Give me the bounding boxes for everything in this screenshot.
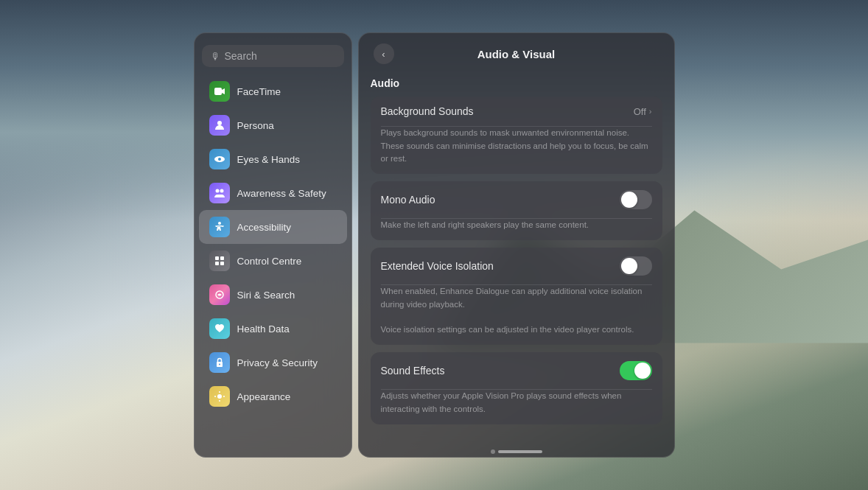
sidebar-item-health-data[interactable]: Health Data — [199, 312, 347, 346]
panel-header: ‹ Audio & Visual — [359, 33, 674, 71]
sidebar-item-privacy-security[interactable]: Privacy & Security — [199, 346, 347, 379]
svg-rect-0 — [214, 88, 222, 95]
mono-audio-card: Mono Audio Make the left and right speak… — [371, 181, 662, 240]
sound-effects-description: Adjusts whether your Apple Vision Pro pl… — [371, 390, 662, 424]
svg-point-6 — [218, 222, 221, 225]
svg-point-13 — [219, 364, 220, 365]
awareness-safety-icon — [209, 183, 230, 203]
background-sounds-value: Off — [634, 106, 646, 117]
sidebar-item-siri-search[interactable]: Siri & Search — [199, 278, 347, 312]
content-area: 🎙 Search FaceTime Persona Ey — [0, 0, 868, 490]
scroll-bar — [498, 450, 542, 453]
siri-search-icon — [209, 284, 230, 305]
background-sounds-value-area: Off › — [634, 106, 652, 117]
facetime-icon — [209, 81, 230, 102]
sound-effects-label: Sound Effects — [381, 365, 445, 377]
privacy-security-icon — [209, 352, 230, 373]
sound-effects-toggle-knob — [634, 363, 651, 379]
sound-effects-row: Sound Effects — [371, 352, 662, 389]
svg-point-5 — [220, 189, 223, 193]
eyes-hands-icon — [209, 149, 230, 169]
sidebar-item-persona[interactable]: Persona — [199, 108, 347, 142]
extended-voice-isolation-row: Extended Voice Isolation — [371, 248, 662, 284]
extended-voice-isolation-description1: When enabled, Enhance Dialogue can apply… — [371, 285, 662, 345]
extended-voice-isolation-toggle-knob — [621, 258, 637, 274]
health-data-label: Health Data — [237, 323, 290, 335]
mono-audio-description: Make the left and right speakers play th… — [371, 219, 662, 240]
mono-audio-label: Mono Audio — [381, 194, 435, 206]
background-sounds-chevron-icon: › — [649, 107, 652, 116]
back-button[interactable]: ‹ — [374, 43, 394, 64]
facetime-label: FaceTime — [237, 86, 281, 97]
extended-voice-isolation-card: Extended Voice Isolation When enabled, E… — [371, 248, 662, 345]
scroll-indicator — [359, 444, 674, 457]
privacy-security-label: Privacy & Security — [237, 357, 318, 368]
sidebar-item-accessibility[interactable]: Accessibility — [199, 210, 347, 244]
svg-rect-9 — [215, 262, 219, 265]
svg-point-1 — [217, 121, 222, 125]
sidebar-item-eyes-hands[interactable]: Eyes & Hands — [199, 142, 347, 176]
mono-audio-row: Mono Audio — [371, 181, 662, 218]
extended-voice-isolation-toggle[interactable] — [620, 256, 652, 276]
appearance-icon — [209, 386, 230, 407]
background-sounds-card: Background Sounds Off › Plays background… — [371, 97, 662, 174]
health-data-icon — [209, 318, 230, 339]
extended-voice-isolation-label: Extended Voice Isolation — [381, 260, 494, 272]
audio-section-header: Audio — [371, 77, 662, 89]
svg-point-3 — [218, 158, 221, 161]
sidebar: 🎙 Search FaceTime Persona Ey — [194, 32, 352, 458]
main-panel: ‹ Audio & Visual Audio Background Sounds… — [358, 32, 675, 458]
appearance-label: Appearance — [237, 391, 291, 402]
panels-container: 🎙 Search FaceTime Persona Ey — [194, 32, 675, 458]
control-centre-label: Control Centre — [237, 256, 302, 267]
svg-rect-7 — [215, 256, 219, 260]
svg-point-14 — [217, 394, 222, 399]
accessibility-icon — [209, 217, 230, 237]
awareness-safety-label: Awareness & Safety — [237, 188, 326, 199]
persona-icon — [209, 115, 230, 136]
control-centre-icon — [209, 251, 230, 271]
search-placeholder: Search — [225, 50, 257, 62]
background-sounds-description: Plays background sounds to mask unwanted… — [371, 127, 662, 174]
sidebar-item-awareness-safety[interactable]: Awareness & Safety — [199, 176, 347, 210]
mono-audio-toggle[interactable] — [620, 190, 652, 209]
background-sounds-row[interactable]: Background Sounds Off › — [371, 97, 662, 126]
microphone-icon: 🎙 — [211, 51, 220, 62]
svg-rect-10 — [220, 262, 224, 265]
sound-effects-card: Sound Effects Adjusts whether your Apple… — [371, 352, 662, 424]
panel-content: Audio Background Sounds Off › Plays back… — [359, 71, 674, 444]
sidebar-item-facetime[interactable]: FaceTime — [199, 74, 347, 108]
panel-title: Audio & Visual — [477, 48, 556, 60]
background-sounds-label: Background Sounds — [381, 105, 474, 117]
mono-audio-toggle-knob — [621, 192, 637, 208]
scroll-dot — [491, 449, 495, 454]
sidebar-item-appearance[interactable]: Appearance — [199, 379, 347, 413]
siri-search-label: Siri & Search — [237, 290, 295, 301]
accessibility-label: Accessibility — [237, 222, 292, 233]
sidebar-item-control-centre[interactable]: Control Centre — [199, 244, 347, 278]
persona-label: Persona — [237, 120, 274, 131]
svg-rect-8 — [220, 256, 224, 260]
eyes-hands-label: Eyes & Hands — [237, 154, 301, 165]
sound-effects-toggle[interactable] — [620, 361, 652, 380]
svg-point-4 — [215, 189, 219, 193]
back-chevron-icon: ‹ — [382, 49, 385, 60]
search-bar[interactable]: 🎙 Search — [202, 45, 344, 67]
